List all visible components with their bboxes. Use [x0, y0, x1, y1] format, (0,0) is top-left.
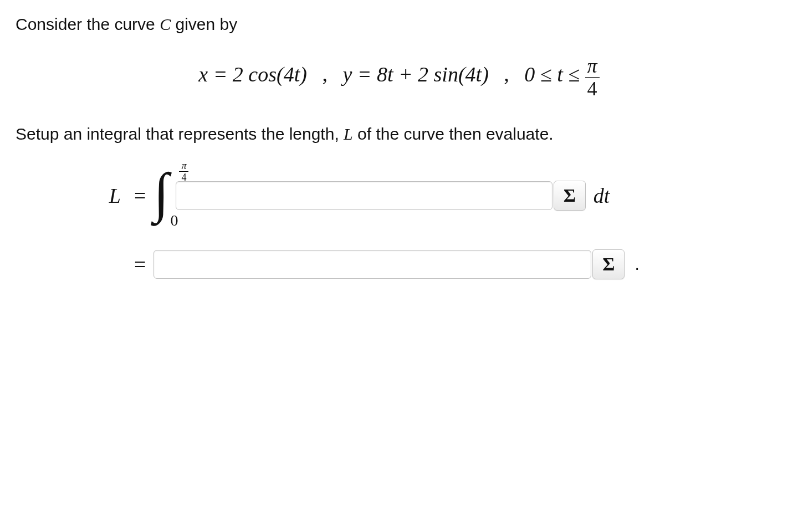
lhs-L: L — [65, 183, 121, 208]
comma-sep: , — [322, 62, 328, 85]
eq-x: x = 2 cos(4t) — [198, 62, 307, 85]
upper-den: 4 — [179, 171, 188, 182]
result-answer-row: = Σ . — [65, 249, 782, 279]
prompt-text: Consider the curve — [16, 15, 160, 33]
prompt-text: given by — [171, 15, 237, 33]
fraction-numerator: π — [585, 56, 600, 77]
result-input[interactable] — [154, 250, 591, 279]
math-editor-button[interactable]: Σ — [592, 249, 625, 279]
eq-y: y = 8t + 2 sin(4t) — [342, 62, 488, 85]
integral-upper-limit: π 4 — [179, 161, 188, 182]
prompt-text: Setup an integral that represents the le… — [16, 125, 344, 143]
pi-over-4-fraction: π 4 — [585, 56, 600, 99]
equals-sign: = — [134, 252, 146, 277]
math-editor-button[interactable]: Σ — [554, 181, 586, 211]
integrand-answer-row: L = ∫ π 4 0 Σ dt — [65, 165, 782, 226]
equals-sign: = — [134, 183, 146, 208]
prompt-line-2: Setup an integral that represents the le… — [16, 123, 782, 146]
fraction-denominator: 4 — [585, 77, 600, 99]
length-symbol: L — [344, 125, 353, 143]
comma-sep: , — [504, 62, 509, 85]
prompt-text: of the curve then evaluate. — [353, 125, 554, 143]
integral-icon: ∫ — [154, 165, 168, 221]
integral-lower-limit: 0 — [170, 212, 178, 229]
curve-name: C — [160, 15, 171, 33]
definite-integral: ∫ π 4 0 — [154, 165, 168, 226]
eq-range-left: 0 ≤ t ≤ — [524, 62, 580, 85]
upper-num: π — [179, 161, 188, 171]
prompt-line-1: Consider the curve C given by — [16, 13, 782, 36]
integrand-input[interactable] — [176, 181, 553, 210]
differential-dt: dt — [594, 183, 610, 208]
equation-display: x = 2 cos(4t) , y = 8t + 2 sin(4t) , 0 ≤… — [16, 56, 782, 99]
terminal-period: . — [635, 255, 639, 274]
